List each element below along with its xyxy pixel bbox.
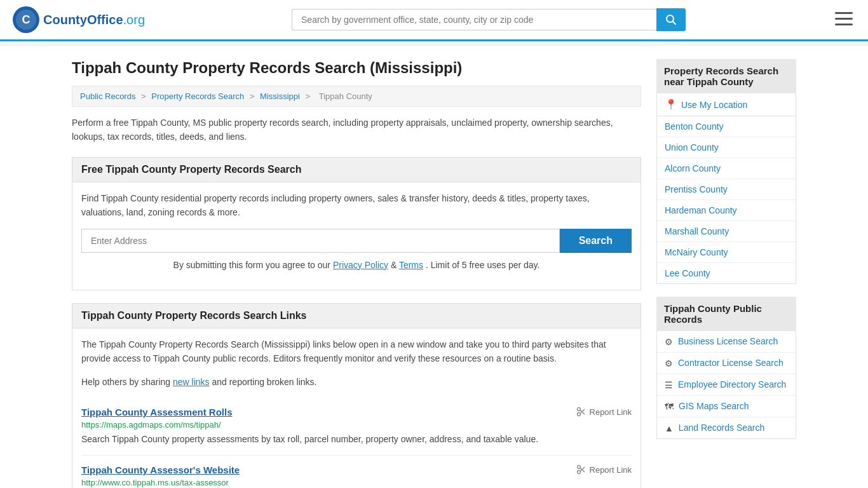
header-accent-bar	[0, 41, 868, 46]
link-title-2[interactable]: Tippah County Assessor's Website	[81, 464, 240, 475]
county-link-mcnairy[interactable]: McNairy County	[665, 247, 728, 257]
breadcrumb-public-records[interactable]: Public Records	[80, 92, 135, 101]
links-section-body: The Tippah County Property Records Searc…	[72, 329, 641, 488]
breadcrumb-sep-1: >	[141, 92, 148, 101]
main-container: Tippah County Property Records Search (M…	[59, 46, 809, 488]
free-search-body: Find Tippah County residential property …	[72, 182, 641, 290]
search-button[interactable]: Search	[560, 229, 632, 253]
page-description: Perform a free Tippah County, MS public …	[72, 116, 641, 144]
header-search-button[interactable]	[656, 8, 686, 31]
list-item: McNairy County	[657, 242, 796, 263]
public-records-title: Tippah County Public Records	[656, 297, 796, 331]
page-title: Tippah County Property Records Search (M…	[72, 59, 641, 77]
content-area: Tippah County Property Records Search (M…	[72, 59, 641, 488]
county-link-marshall[interactable]: Marshall County	[665, 226, 729, 236]
list-item: Prentiss County	[657, 179, 796, 200]
links-intro: The Tippah County Property Records Searc…	[81, 337, 632, 366]
link-desc-1: Search Tippah County property assessment…	[81, 433, 632, 446]
county-link-lee[interactable]: Lee County	[665, 268, 710, 278]
breadcrumb: Public Records > Property Records Search…	[72, 86, 641, 107]
breadcrumb-sep-2: >	[250, 92, 257, 101]
use-location-item[interactable]: 📍 Use My Location	[656, 93, 796, 116]
nearby-counties-list: Benton County Union County Alcorn County…	[656, 116, 796, 284]
new-links-link[interactable]: new links	[173, 377, 210, 387]
search-icon	[665, 14, 677, 25]
land-records-link[interactable]: Land Records Search	[679, 423, 764, 433]
form-disclaimer: By submitting this form you agree to our…	[81, 258, 632, 272]
links-section-title: Tippah County Property Records Search Li…	[72, 304, 641, 329]
list-item: Hardeman County	[657, 200, 796, 221]
list-icon-employee: ☰	[665, 380, 673, 390]
free-search-title: Free Tippah County Property Records Sear…	[72, 158, 641, 182]
header-search-input[interactable]	[292, 9, 656, 30]
breadcrumb-sep-3: >	[306, 92, 313, 101]
link-url-2: http://www.co.tippah.ms.us/tax-assessor	[81, 478, 632, 487]
help-text: Help others by sharing new links and rep…	[81, 375, 632, 389]
breadcrumb-property-records-search[interactable]: Property Records Search	[151, 92, 244, 101]
privacy-policy-link[interactable]: Privacy Policy	[333, 260, 388, 270]
list-item: ▲ Land Records Search	[657, 417, 796, 438]
links-section: Tippah County Property Records Search Li…	[72, 303, 641, 488]
business-license-link[interactable]: Business License Search	[678, 336, 778, 346]
header-search-container	[292, 8, 686, 31]
county-link-benton[interactable]: Benton County	[665, 121, 724, 132]
hamburger-menu-button[interactable]	[832, 10, 855, 30]
scissors-icon-2	[576, 464, 587, 475]
list-item: ⚙ Contractor License Search	[657, 353, 796, 374]
free-search-description: Find Tippah County residential property …	[81, 191, 632, 220]
breadcrumb-current: Tippah County	[319, 92, 372, 101]
nearby-section: Property Records Search near Tippah Coun…	[656, 59, 796, 284]
public-records-list: ⚙ Business License Search ⚙ Contractor L…	[656, 331, 796, 439]
public-records-section: Tippah County Public Records ⚙ Business …	[656, 297, 796, 439]
svg-rect-7	[835, 24, 853, 25]
hamburger-icon	[835, 12, 853, 26]
header: C CountyOffice.org	[0, 0, 868, 41]
scissors-icon-1	[576, 407, 587, 417]
free-search-section: Free Tippah County Property Records Sear…	[72, 157, 641, 290]
triangle-icon-land: ▲	[665, 423, 674, 433]
svg-line-4	[673, 22, 676, 25]
gis-maps-link[interactable]: GIS Maps Search	[679, 401, 749, 411]
svg-text:C: C	[22, 13, 31, 26]
address-search-form: Search	[81, 229, 632, 253]
svg-rect-6	[835, 18, 853, 20]
link-item-2-header: Tippah County Assessor's Website Report …	[81, 464, 632, 475]
gear-icon-contractor: ⚙	[665, 358, 673, 369]
address-input[interactable]	[81, 229, 560, 253]
list-item: ⚙ Business License Search	[657, 331, 796, 353]
list-item: Marshall County	[657, 221, 796, 242]
link-item-2: Tippah County Assessor's Website Report …	[81, 456, 632, 488]
list-item: Union County	[657, 137, 796, 158]
link-item-1: Tippah County Assessment Rolls Report Li…	[81, 398, 632, 456]
logo-icon: C	[13, 6, 39, 33]
svg-point-13	[577, 471, 580, 474]
contractor-license-link[interactable]: Contractor License Search	[678, 358, 783, 368]
gear-icon-business: ⚙	[665, 337, 673, 347]
breadcrumb-mississippi[interactable]: Mississippi	[260, 92, 300, 101]
nearby-title: Property Records Search near Tippah Coun…	[656, 59, 796, 93]
link-item-1-header: Tippah County Assessment Rolls Report Li…	[81, 407, 632, 417]
sidebar: Property Records Search near Tippah Coun…	[656, 59, 796, 488]
use-my-location-link[interactable]: Use My Location	[681, 100, 747, 110]
county-link-union[interactable]: Union County	[665, 142, 719, 152]
county-link-hardeman[interactable]: Hardeman County	[665, 205, 737, 215]
report-link-label-1: Report Link	[590, 407, 632, 417]
list-item: Lee County	[657, 263, 796, 283]
report-link-label-2: Report Link	[590, 465, 632, 475]
list-item: Benton County	[657, 116, 796, 137]
county-link-alcorn[interactable]: Alcorn County	[665, 163, 721, 173]
logo-area: C CountyOffice.org	[13, 6, 145, 33]
terms-link[interactable]: Terms	[399, 260, 423, 270]
svg-rect-5	[835, 12, 853, 14]
location-dot-icon: 📍	[665, 98, 677, 111]
county-link-prentiss[interactable]: Prentiss County	[665, 184, 728, 194]
link-url-1: https://maps.agdmaps.com/ms/tippah/	[81, 420, 632, 430]
employee-directory-link[interactable]: Employee Directory Search	[678, 379, 786, 390]
report-link-button-1[interactable]: Report Link	[576, 407, 632, 417]
svg-point-12	[577, 466, 580, 469]
report-link-button-2[interactable]: Report Link	[576, 464, 632, 475]
map-icon-gis: 🗺	[665, 402, 674, 412]
svg-point-9	[577, 413, 580, 416]
list-item: ☰ Employee Directory Search	[657, 374, 796, 396]
link-title-1[interactable]: Tippah County Assessment Rolls	[81, 407, 233, 417]
